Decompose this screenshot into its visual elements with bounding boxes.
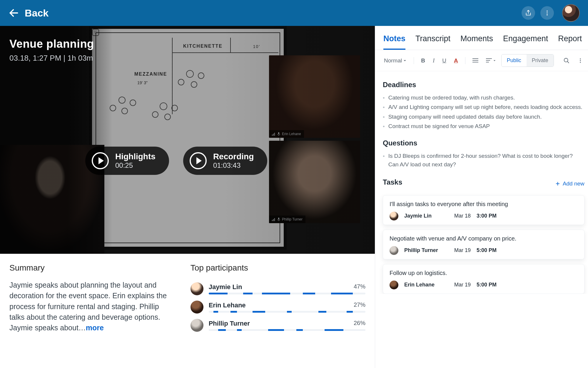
tab-notes[interactable]: Notes xyxy=(383,34,405,50)
avatar xyxy=(191,319,203,332)
svg-point-17 xyxy=(580,58,581,59)
participant-percent: 47% xyxy=(354,283,365,291)
participant-tile-1: Erin Lehane xyxy=(269,55,360,138)
overflow-button[interactable] xyxy=(540,6,554,20)
meeting-subtitle: 03.18, 1:27 PM | 1h 03m xyxy=(9,54,93,63)
task-card[interactable]: Negotiate with venue and A/V company on … xyxy=(383,230,584,259)
svg-rect-8 xyxy=(278,132,279,134)
user-avatar[interactable] xyxy=(562,4,580,22)
participant-tile-2: Phillip Turner xyxy=(269,141,360,223)
participant-row: Phillip Turner 26% xyxy=(191,316,365,334)
svg-point-15 xyxy=(564,58,568,62)
task-time: 5:00 PM xyxy=(477,282,497,288)
visibility-private[interactable]: Private xyxy=(527,54,554,67)
topbar: Back xyxy=(0,0,588,26)
bullet-list-button[interactable] xyxy=(470,57,481,65)
participant-2-name: Phillip Turner xyxy=(282,217,303,221)
task-title: Negotiate with venue and A/V company on … xyxy=(390,235,578,242)
svg-rect-6 xyxy=(273,134,274,136)
participant-row: Jaymie Lin 47% xyxy=(191,280,365,298)
task-title: Follow up on logistics. xyxy=(390,270,578,276)
deadline-item: Staging company will need updated detail… xyxy=(388,112,542,121)
format-dropdown[interactable]: Normal xyxy=(382,56,409,66)
svg-rect-5 xyxy=(272,135,273,136)
visibility-public[interactable]: Public xyxy=(502,54,527,67)
notes-overflow-button[interactable] xyxy=(575,56,586,65)
recording-duration: 01:03:43 xyxy=(213,161,254,170)
participant-1-name: Erin Lehane xyxy=(282,132,301,136)
svg-point-18 xyxy=(580,60,581,61)
participant-name: Erin Lehane xyxy=(209,301,246,309)
kebab-icon xyxy=(577,58,583,64)
chevron-down-icon xyxy=(403,59,407,62)
chevron-down-icon xyxy=(493,59,496,62)
text-color-button[interactable]: A xyxy=(452,56,460,66)
deadline-item: A/V and Lighting company will set up nig… xyxy=(388,103,582,112)
signal-icon xyxy=(272,132,275,136)
arrow-left-icon xyxy=(8,7,19,19)
back-label: Back xyxy=(25,7,49,19)
bold-button[interactable]: B xyxy=(419,56,427,66)
avatar xyxy=(390,246,398,255)
heart-icon: ♡ xyxy=(92,29,99,36)
svg-point-3 xyxy=(547,12,548,14)
share-button[interactable] xyxy=(522,6,535,20)
highlights-duration: 00:25 xyxy=(115,161,156,170)
play-recording-button[interactable]: Recording 01:03:43 xyxy=(183,147,267,175)
tab-moments[interactable]: Moments xyxy=(460,34,493,50)
questions-list: Is DJ Bleeps is confirmed for 2-hour ses… xyxy=(383,151,584,169)
deadline-item: Catering must be ordered today, with rus… xyxy=(388,93,515,102)
floorplan-dim-top: 10' xyxy=(253,44,260,49)
task-date: Mar 18 xyxy=(454,213,471,219)
search-notes-button[interactable] xyxy=(561,56,572,66)
meeting-hero: ♡ MEZZANINE 19' 3" KITCHENETTE 10' xyxy=(0,26,375,254)
participant-name: Phillip Turner xyxy=(209,320,250,327)
talk-time-bar xyxy=(209,293,365,294)
tab-report[interactable]: Report xyxy=(558,34,582,50)
insights-tabs: Notes Transcript Moments Engagement Repo… xyxy=(375,26,588,50)
task-card[interactable]: Follow up on logistics. Erin Lehane Mar … xyxy=(383,264,584,294)
floorplan-label-kitchenette: KITCHENETTE xyxy=(183,44,223,49)
back-button[interactable]: Back xyxy=(8,7,49,19)
underline-button[interactable]: U xyxy=(440,56,449,66)
add-task-button[interactable]: Add new xyxy=(555,180,584,187)
kebab-icon xyxy=(544,10,550,16)
task-time: 3:00 PM xyxy=(477,213,497,219)
tab-transcript[interactable]: Transcript xyxy=(415,34,450,50)
summary-more-link[interactable]: more xyxy=(86,324,104,332)
plus-icon xyxy=(555,181,560,186)
share-icon xyxy=(525,10,532,16)
avatar xyxy=(390,281,398,289)
notes-tasks-heading: Tasks xyxy=(383,178,402,186)
task-card[interactable]: I'll assign tasks to everyone after this… xyxy=(383,195,584,225)
task-assignee: Phillip Turner xyxy=(404,247,448,253)
participants-heading: Top participants xyxy=(191,263,365,273)
participant-percent: 27% xyxy=(354,301,365,309)
svg-rect-12 xyxy=(274,218,275,221)
svg-rect-10 xyxy=(272,220,273,221)
mic-icon xyxy=(277,218,280,221)
task-time: 5:00 PM xyxy=(477,247,497,253)
signal-icon xyxy=(272,218,275,221)
svg-rect-11 xyxy=(273,219,274,221)
svg-point-19 xyxy=(580,62,581,63)
play-highlights-button[interactable]: Highlights 00:25 xyxy=(85,147,169,175)
highlights-label: Highlights xyxy=(115,152,156,161)
notes-questions-heading: Questions xyxy=(383,139,584,147)
deadlines-list: Catering must be ordered today, with rus… xyxy=(383,93,584,131)
tab-engagement[interactable]: Engagement xyxy=(503,34,548,50)
task-assignee: Erin Lehane xyxy=(404,282,448,288)
italic-button[interactable]: I xyxy=(430,56,437,66)
floorplan-label-mezzanine: MEZZANINE xyxy=(134,72,167,77)
svg-rect-13 xyxy=(278,218,279,220)
svg-point-2 xyxy=(547,11,548,12)
task-title: I'll assign tasks to everyone after this… xyxy=(390,201,578,208)
notes-deadlines-heading: Deadlines xyxy=(383,81,584,89)
avatar xyxy=(191,282,203,295)
shared-content-floorplan: ♡ MEZZANINE 19' 3" KITCHENETTE 10' xyxy=(89,26,287,250)
align-button[interactable] xyxy=(484,57,498,65)
talk-time-bar xyxy=(209,311,365,313)
task-date: Mar 19 xyxy=(454,282,471,288)
recording-label: Recording xyxy=(213,152,254,161)
play-icon xyxy=(190,152,207,169)
